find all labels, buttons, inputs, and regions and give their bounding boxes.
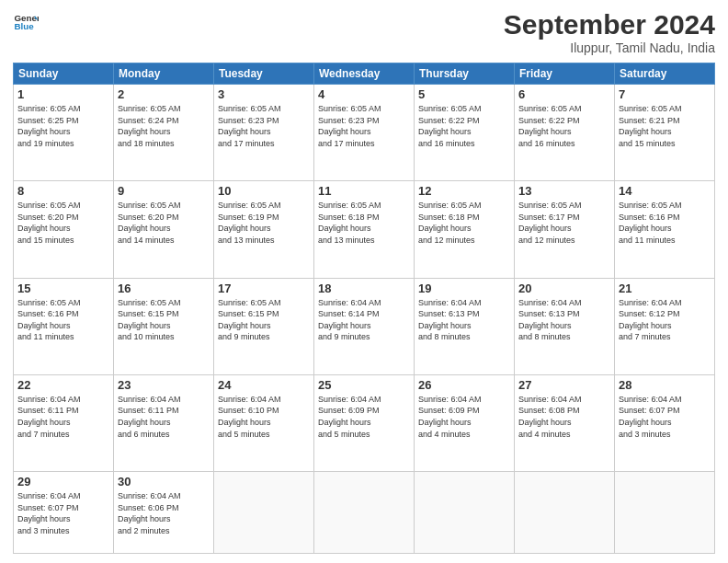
day-number: 6 xyxy=(518,87,610,101)
day-info: Sunrise: 6:05 AM Sunset: 6:19 PM Dayligh… xyxy=(218,200,310,246)
table-row: 18 Sunrise: 6:04 AM Sunset: 6:14 PM Dayl… xyxy=(314,278,415,374)
day-number: 1 xyxy=(17,87,109,101)
day-number: 28 xyxy=(619,378,711,392)
table-row: 29 Sunrise: 6:04 AM Sunset: 6:07 PM Dayl… xyxy=(14,472,114,554)
table-row: 13 Sunrise: 6:05 AM Sunset: 6:17 PM Dayl… xyxy=(515,181,615,278)
table-row: 2 Sunrise: 6:05 AM Sunset: 6:24 PM Dayli… xyxy=(114,85,214,181)
table-row: 6 Sunrise: 6:05 AM Sunset: 6:22 PM Dayli… xyxy=(515,85,615,181)
day-info: Sunrise: 6:05 AM Sunset: 6:16 PM Dayligh… xyxy=(619,200,711,246)
calendar-week-row: 29 Sunrise: 6:04 AM Sunset: 6:07 PM Dayl… xyxy=(14,472,715,554)
table-row: 4 Sunrise: 6:05 AM Sunset: 6:23 PM Dayli… xyxy=(314,85,415,181)
logo: General Blue xyxy=(13,9,39,35)
day-info: Sunrise: 6:04 AM Sunset: 6:13 PM Dayligh… xyxy=(518,297,610,343)
table-row: 16 Sunrise: 6:05 AM Sunset: 6:15 PM Dayl… xyxy=(114,278,214,374)
table-row: 8 Sunrise: 6:05 AM Sunset: 6:20 PM Dayli… xyxy=(14,181,114,278)
calendar-header-row: Sunday Monday Tuesday Wednesday Thursday… xyxy=(14,63,715,85)
day-number: 4 xyxy=(318,87,410,101)
day-info: Sunrise: 6:04 AM Sunset: 6:12 PM Dayligh… xyxy=(619,297,711,343)
day-number: 5 xyxy=(418,87,510,101)
table-row: 14 Sunrise: 6:05 AM Sunset: 6:16 PM Dayl… xyxy=(615,181,715,278)
day-number: 25 xyxy=(318,378,410,392)
day-info: Sunrise: 6:05 AM Sunset: 6:16 PM Dayligh… xyxy=(17,297,109,343)
table-row: 24 Sunrise: 6:04 AM Sunset: 6:10 PM Dayl… xyxy=(214,374,314,471)
day-info: Sunrise: 6:04 AM Sunset: 6:08 PM Dayligh… xyxy=(518,394,610,440)
col-sunday: Sunday xyxy=(14,63,114,85)
day-number: 14 xyxy=(619,184,711,198)
day-number: 18 xyxy=(318,282,410,295)
day-number: 17 xyxy=(218,282,310,295)
day-number: 30 xyxy=(118,475,210,488)
day-info: Sunrise: 6:04 AM Sunset: 6:09 PM Dayligh… xyxy=(318,394,410,440)
calendar-week-row: 1 Sunrise: 6:05 AM Sunset: 6:25 PM Dayli… xyxy=(14,85,715,181)
table-row: 1 Sunrise: 6:05 AM Sunset: 6:25 PM Dayli… xyxy=(14,85,114,181)
day-info: Sunrise: 6:05 AM Sunset: 6:18 PM Dayligh… xyxy=(318,200,410,246)
day-info: Sunrise: 6:04 AM Sunset: 6:11 PM Dayligh… xyxy=(17,394,109,440)
day-number: 26 xyxy=(418,378,510,392)
table-row: 11 Sunrise: 6:05 AM Sunset: 6:18 PM Dayl… xyxy=(314,181,415,278)
table-row: 5 Sunrise: 6:05 AM Sunset: 6:22 PM Dayli… xyxy=(415,85,515,181)
day-info: Sunrise: 6:04 AM Sunset: 6:10 PM Dayligh… xyxy=(218,394,310,440)
day-info: Sunrise: 6:04 AM Sunset: 6:09 PM Dayligh… xyxy=(418,394,510,440)
day-number: 15 xyxy=(17,282,109,295)
table-row: 23 Sunrise: 6:04 AM Sunset: 6:11 PM Dayl… xyxy=(114,374,214,471)
table-row: 28 Sunrise: 6:04 AM Sunset: 6:07 PM Dayl… xyxy=(615,374,715,471)
day-number: 7 xyxy=(619,87,711,101)
calendar-week-row: 22 Sunrise: 6:04 AM Sunset: 6:11 PM Dayl… xyxy=(14,374,715,471)
day-number: 8 xyxy=(17,184,109,198)
day-number: 21 xyxy=(619,282,711,295)
day-number: 2 xyxy=(118,87,210,101)
day-info: Sunrise: 6:04 AM Sunset: 6:07 PM Dayligh… xyxy=(619,394,711,440)
day-info: Sunrise: 6:05 AM Sunset: 6:15 PM Dayligh… xyxy=(218,297,310,343)
table-row: 17 Sunrise: 6:05 AM Sunset: 6:15 PM Dayl… xyxy=(214,278,314,374)
day-info: Sunrise: 6:05 AM Sunset: 6:24 PM Dayligh… xyxy=(118,103,210,149)
day-info: Sunrise: 6:05 AM Sunset: 6:20 PM Dayligh… xyxy=(118,200,210,246)
col-friday: Friday xyxy=(515,63,615,85)
col-thursday: Thursday xyxy=(415,63,515,85)
day-info: Sunrise: 6:04 AM Sunset: 6:07 PM Dayligh… xyxy=(17,490,109,536)
day-number: 13 xyxy=(518,184,610,198)
day-info: Sunrise: 6:05 AM Sunset: 6:17 PM Dayligh… xyxy=(518,200,610,246)
col-wednesday: Wednesday xyxy=(314,63,415,85)
day-info: Sunrise: 6:05 AM Sunset: 6:23 PM Dayligh… xyxy=(218,103,310,149)
day-number: 19 xyxy=(418,282,510,295)
title-area: September 2024 Iluppur, Tamil Nadu, Indi… xyxy=(504,9,715,55)
day-number: 9 xyxy=(118,184,210,198)
day-number: 11 xyxy=(318,184,410,198)
day-number: 22 xyxy=(17,378,109,392)
day-number: 27 xyxy=(518,378,610,392)
table-row: 22 Sunrise: 6:04 AM Sunset: 6:11 PM Dayl… xyxy=(14,374,114,471)
day-info: Sunrise: 6:05 AM Sunset: 6:21 PM Dayligh… xyxy=(619,103,711,149)
day-info: Sunrise: 6:05 AM Sunset: 6:18 PM Dayligh… xyxy=(418,200,510,246)
day-number: 29 xyxy=(17,475,109,488)
table-row xyxy=(415,472,515,554)
day-info: Sunrise: 6:05 AM Sunset: 6:22 PM Dayligh… xyxy=(418,103,510,149)
day-info: Sunrise: 6:04 AM Sunset: 6:11 PM Dayligh… xyxy=(118,394,210,440)
col-monday: Monday xyxy=(114,63,214,85)
table-row: 25 Sunrise: 6:04 AM Sunset: 6:09 PM Dayl… xyxy=(314,374,415,471)
day-number: 3 xyxy=(218,87,310,101)
header: General Blue September 2024 Iluppur, Tam… xyxy=(13,9,715,55)
table-row xyxy=(214,472,314,554)
svg-text:Blue: Blue xyxy=(14,21,34,31)
table-row: 19 Sunrise: 6:04 AM Sunset: 6:13 PM Dayl… xyxy=(415,278,515,374)
month-title: September 2024 xyxy=(504,9,715,40)
logo-icon: General Blue xyxy=(13,9,39,35)
day-info: Sunrise: 6:04 AM Sunset: 6:13 PM Dayligh… xyxy=(418,297,510,343)
day-info: Sunrise: 6:05 AM Sunset: 6:25 PM Dayligh… xyxy=(17,103,109,149)
day-number: 10 xyxy=(218,184,310,198)
day-info: Sunrise: 6:04 AM Sunset: 6:14 PM Dayligh… xyxy=(318,297,410,343)
day-number: 12 xyxy=(418,184,510,198)
table-row xyxy=(314,472,415,554)
table-row: 10 Sunrise: 6:05 AM Sunset: 6:19 PM Dayl… xyxy=(214,181,314,278)
table-row xyxy=(615,472,715,554)
calendar-week-row: 15 Sunrise: 6:05 AM Sunset: 6:16 PM Dayl… xyxy=(14,278,715,374)
day-number: 24 xyxy=(218,378,310,392)
page: General Blue September 2024 Iluppur, Tam… xyxy=(0,0,728,563)
table-row: 27 Sunrise: 6:04 AM Sunset: 6:08 PM Dayl… xyxy=(515,374,615,471)
table-row: 7 Sunrise: 6:05 AM Sunset: 6:21 PM Dayli… xyxy=(615,85,715,181)
day-info: Sunrise: 6:05 AM Sunset: 6:22 PM Dayligh… xyxy=(518,103,610,149)
col-tuesday: Tuesday xyxy=(214,63,314,85)
table-row: 12 Sunrise: 6:05 AM Sunset: 6:18 PM Dayl… xyxy=(415,181,515,278)
day-info: Sunrise: 6:05 AM Sunset: 6:20 PM Dayligh… xyxy=(17,200,109,246)
table-row: 30 Sunrise: 6:04 AM Sunset: 6:06 PM Dayl… xyxy=(114,472,214,554)
